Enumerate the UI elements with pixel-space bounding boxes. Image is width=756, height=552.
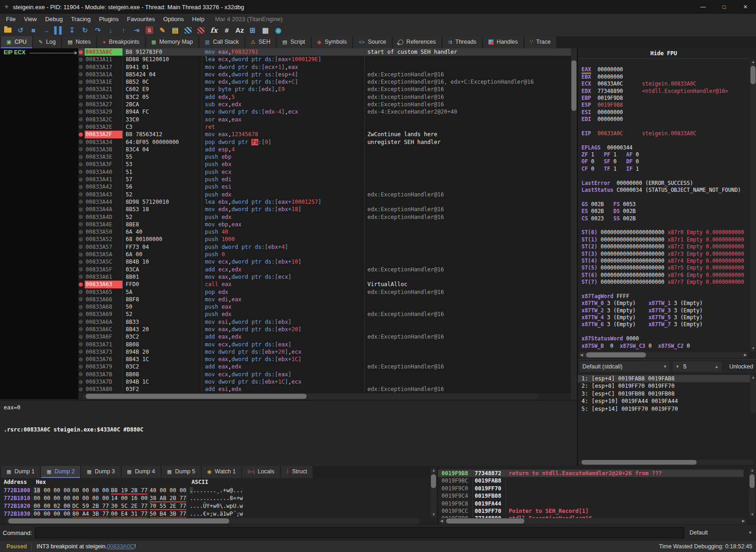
dump-row[interactable]: 772B102000 00 02 00DC 59 2B 7730 5C 2E 7… [0, 502, 430, 510]
breakpoint-gutter[interactable] [78, 131, 85, 138]
registers-vscrollbar[interactable]: ▲ ▼ [750, 59, 756, 351]
breakpoint-gutter[interactable] [78, 296, 85, 303]
tab-handles[interactable]: Handles [483, 36, 523, 48]
seh-chain-button[interactable]: S [144, 25, 155, 36]
breakpoint-gutter[interactable] [78, 86, 85, 93]
arguments-hscrollbar-thumb[interactable] [582, 460, 697, 465]
menu-item-tracing[interactable]: Tracing [67, 16, 95, 23]
register-line[interactable]: x87SW_C1 0 x87SW_C0 0 x87SW_ES 0 [578, 350, 750, 351]
register-line[interactable]: EDX 77348890 <ntdll.ExceptionHandler@16> [578, 88, 750, 95]
breakpoint-dot[interactable] [79, 65, 83, 69]
scroll-left-icon[interactable]: ◀ [440, 519, 443, 523]
tab-source[interactable]: <>Source [353, 36, 391, 48]
stepper-up-icon[interactable]: ▲ [715, 364, 719, 369]
breakpoint-gutter[interactable] [78, 213, 85, 221]
tab-call-stack[interactable]: ▥Call Stack [199, 36, 244, 48]
stack-row[interactable]: 0019F9CC0019FF70Pointer to SEH_Record[1] [438, 507, 744, 515]
status-address-link[interactable]: 00833A0C [107, 543, 134, 550]
disasm-row[interactable]: 00833A3464:8F05 00000000pop dword ptr fs… [78, 138, 571, 146]
disasm-hscrollbar-thumb[interactable] [86, 394, 307, 399]
menu-item-plugins[interactable]: Plugins [95, 16, 123, 23]
breakpoint-dot[interactable] [79, 170, 83, 174]
tab-locals[interactable]: [x=]Locals [242, 466, 280, 478]
breakpoint-gutter[interactable] [78, 63, 85, 71]
scroll-left-icon[interactable]: ◀ [580, 353, 583, 357]
disasm-row[interactable]: 00833A73894B 20mov dword ptr ds:[ebx+20]… [78, 348, 571, 356]
registers-hscrollbar[interactable]: ◀ ▶ [579, 352, 748, 358]
breakpoint-gutter[interactable] [78, 176, 85, 183]
breakpoint-dot[interactable] [79, 200, 83, 204]
disasm-row[interactable]: 00833A448D98 57120010lea ebx,dword ptr d… [78, 198, 571, 206]
breakpoint-dot[interactable] [79, 162, 83, 167]
register-line[interactable]: EFLAGS 00000344 [578, 144, 750, 151]
stepper-down-icon[interactable]: ▼ [675, 364, 680, 369]
disasm-row[interactable]: 00833A6952push edxedx:ExceptionHandler@1… [78, 310, 571, 318]
register-line[interactable]: ST(4) 00000000000000000000 x87r4 Empty 0… [578, 258, 750, 264]
breakpoint-gutter[interactable] [78, 221, 85, 228]
scroll-up-icon[interactable]: ▲ [751, 376, 755, 380]
breakpoint-gutter[interactable] [78, 191, 85, 198]
command-input[interactable] [35, 527, 684, 538]
disasm-row[interactable]: 00833A118D88 9E120010lea ecx,dword ptr d… [78, 56, 571, 63]
stack-hscrollbar[interactable]: ◀ ▶ [439, 518, 746, 524]
register-line[interactable]: ZF 1 PF 1 AF 0 [578, 151, 750, 158]
breakpoint-dot[interactable] [79, 245, 83, 249]
close-debuggee-button[interactable]: ■ [28, 25, 39, 36]
breakpoint-dot[interactable] [79, 365, 83, 369]
tab-symbols[interactable]: ◉Symbols [312, 36, 353, 48]
disasm-row[interactable]: 00833A7B8B08mov ecx,dword ptr ds:[eax] [78, 371, 571, 378]
tab-cpu[interactable]: ▣CPU [1, 36, 32, 48]
breakpoint-dot[interactable] [79, 282, 83, 287]
preferences-red-button[interactable] [195, 25, 207, 36]
breakpoint-dot[interactable] [79, 387, 83, 391]
disasm-row[interactable]: 00833A6C8B43 20mov eax,dword ptr ds:[ebx… [78, 326, 571, 333]
register-line[interactable]: EDI 00000000 [578, 116, 750, 123]
breakpoint-dot[interactable] [79, 290, 83, 294]
breakpoint-gutter[interactable] [78, 183, 85, 190]
register-line[interactable]: ES 002B DS 002B [578, 208, 750, 215]
breakpoint-gutter[interactable] [78, 266, 85, 273]
breakpoint-gutter[interactable] [78, 138, 85, 146]
dump-hscrollbar-thumb[interactable] [8, 518, 229, 523]
disasm-row[interactable]: 00833A5268 00100000push 1000 [78, 236, 571, 243]
patches-button[interactable]: ✎ [157, 25, 168, 36]
disasm-row[interactable]: 00833A718B08mov ecx,dword ptr ds:[eax] [78, 341, 571, 348]
breakpoint-gutter[interactable] [78, 303, 85, 310]
register-line[interactable]: ST(5) 00000000000000000000 x87r5 Empty 0… [578, 264, 750, 271]
disasm-row[interactable]: 00833A6F03C2add eax,edxedx:ExceptionHand… [78, 333, 571, 340]
breakpoint-dot[interactable] [79, 192, 83, 196]
register-line[interactable]: LastError 00000000 (ERROR_SUCCESS) [578, 180, 750, 187]
breakpoint-dot[interactable] [79, 327, 83, 331]
disasm-row[interactable]: 00833A6850push eax [78, 303, 571, 310]
register-line[interactable]: x87TW_2 3 (Empty) x87TW_3 3 (Empty) [578, 307, 750, 314]
breakpoint-gutter[interactable] [78, 341, 85, 348]
tab-watch-1[interactable]: ◉Watch 1 [202, 466, 241, 478]
argument-count-stepper[interactable]: ▼ 5 ▲ [673, 362, 721, 372]
register-line[interactable]: CF 0 TF 1 IF 1 [578, 166, 750, 172]
breakpoint-dot[interactable] [79, 58, 83, 62]
tab-dump-3[interactable]: ▦Dump 3 [81, 466, 120, 478]
breakpoint-dot[interactable] [79, 125, 83, 129]
arguments-vscrollbar[interactable]: ▲ [750, 375, 756, 414]
disasm-row[interactable]: 00833A4A8B53 18mov edx,dword ptr ds:[ebx… [78, 206, 571, 213]
tab-notes[interactable]: ▤Notes [62, 36, 96, 48]
register-line[interactable]: x87TagWord FFFF [578, 293, 750, 300]
disasm-row[interactable]: 00833A668BF8mov edi,eax [78, 296, 571, 303]
stack-row[interactable]: 0019F9BC0019FAB8 [438, 477, 744, 484]
breakpoint-dot[interactable] [79, 110, 83, 114]
close-button[interactable]: ✕ [735, 0, 756, 14]
argument-row[interactable]: 5: [esp+14] 0019FF70 0019FF70 [578, 405, 750, 413]
registers-hscrollbar-thumb[interactable] [586, 352, 646, 357]
scroll-down-icon[interactable]: ▼ [750, 513, 754, 517]
tab-threads[interactable]: ⇉Threads [442, 36, 482, 48]
breakpoint-gutter[interactable] [78, 288, 85, 296]
breakpoint-dot[interactable] [79, 80, 83, 84]
breakpoint-gutter[interactable] [78, 318, 85, 326]
calculator-button[interactable]: ▦ [260, 25, 271, 36]
scroll-down-icon[interactable]: ▼ [751, 347, 755, 351]
stack-row[interactable]: 0019F9B877348872return to ntdll.ExecuteH… [438, 470, 744, 477]
comments-button[interactable]: ▤ [169, 25, 181, 36]
step-over-button[interactable]: ↷ [92, 25, 104, 36]
breakpoint-gutter[interactable] [78, 243, 85, 251]
menu-item-view[interactable]: View [20, 16, 41, 23]
